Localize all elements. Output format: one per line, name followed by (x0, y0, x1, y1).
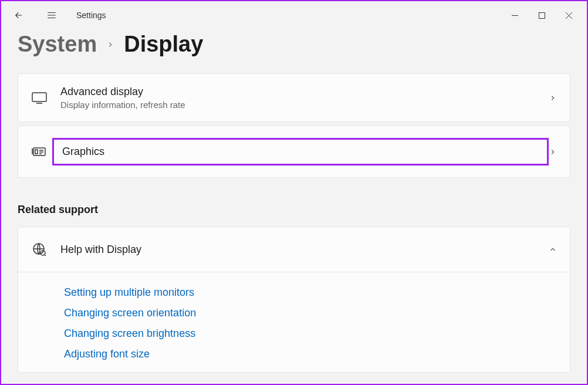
help-header[interactable]: Help with Display (18, 227, 570, 272)
monitor-icon (31, 90, 48, 106)
maximize-button[interactable] (528, 6, 555, 25)
back-button[interactable] (6, 4, 32, 27)
help-card: Help with Display Setting up multiple mo… (18, 227, 570, 373)
card-body: Advanced display Display information, re… (60, 86, 549, 110)
help-link-screen-brightness[interactable]: Changing screen brightness (64, 327, 557, 340)
breadcrumb: System Display (18, 32, 570, 57)
minimize-button[interactable] (501, 6, 528, 25)
svg-rect-1 (32, 93, 46, 102)
card-title: Graphics (62, 146, 539, 158)
help-links: Setting up multiple monitors Changing sc… (18, 272, 570, 372)
minimize-icon (512, 12, 518, 19)
highlight-annotation: Graphics (52, 138, 549, 166)
close-icon (566, 12, 572, 19)
chevron-right-icon (106, 39, 114, 50)
advanced-display-card[interactable]: Advanced display Display information, re… (18, 73, 570, 122)
titlebar-left: Settings (6, 4, 106, 27)
card-subtitle: Display information, refresh rate (60, 100, 549, 110)
help-link-screen-orientation[interactable]: Changing screen orientation (64, 307, 557, 319)
chevron-right-icon (549, 148, 557, 156)
help-link-multiple-monitors[interactable]: Setting up multiple monitors (64, 286, 557, 299)
close-button[interactable] (555, 6, 582, 25)
menu-button[interactable] (39, 4, 65, 27)
svg-point-4 (40, 251, 45, 255)
breadcrumb-parent[interactable]: System (18, 32, 97, 57)
breadcrumb-current: Display (124, 32, 203, 57)
globe-help-icon (31, 241, 48, 258)
chevron-up-icon (549, 245, 557, 254)
back-arrow-icon (13, 10, 24, 21)
app-title: Settings (76, 11, 106, 20)
content-area: System Display Advanced display Display … (1, 32, 587, 384)
svg-rect-0 (539, 12, 545, 18)
card-title: Advanced display (60, 86, 549, 98)
card-body: Help with Display (60, 244, 549, 256)
help-link-font-size[interactable]: Adjusting font size (64, 348, 557, 360)
window-controls (501, 6, 582, 25)
hamburger-icon (46, 10, 57, 21)
gpu-icon (31, 144, 48, 160)
graphics-card[interactable]: Graphics (18, 126, 570, 178)
card-body: Graphics (60, 138, 549, 166)
related-support-heading: Related support (18, 204, 570, 216)
titlebar: Settings (1, 1, 587, 29)
help-title: Help with Display (60, 244, 549, 256)
chevron-right-icon (549, 94, 557, 102)
maximize-icon (539, 12, 545, 19)
